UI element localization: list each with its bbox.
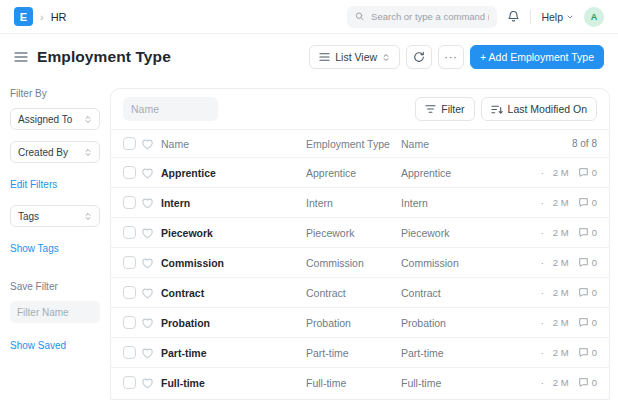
- heart-icon[interactable]: [141, 287, 157, 299]
- heart-icon[interactable]: [141, 317, 157, 329]
- chevron-up-down-icon: [84, 148, 92, 157]
- row-name2: Piecework: [401, 227, 501, 239]
- modified-ago: 2 M: [553, 227, 569, 238]
- name-filter-input[interactable]: [123, 97, 218, 121]
- row-name-link[interactable]: Contract: [161, 287, 302, 299]
- comment-count[interactable]: 0: [578, 227, 597, 238]
- filter-button-label: Filter: [441, 103, 464, 115]
- search-input[interactable]: [371, 11, 489, 22]
- comment-count[interactable]: 0: [578, 197, 597, 208]
- heart-icon[interactable]: [141, 167, 157, 179]
- row-name-link[interactable]: Commission: [161, 257, 302, 269]
- row-checkbox[interactable]: [123, 196, 136, 209]
- row-checkbox[interactable]: [123, 166, 136, 179]
- edit-filters-link[interactable]: Edit Filters: [10, 179, 57, 190]
- table-row[interactable]: Contract Contract Contract · 2 M 0: [111, 277, 609, 307]
- row-name2: Intern: [401, 197, 501, 209]
- row-name-link[interactable]: Piecework: [161, 227, 302, 239]
- show-tags-link[interactable]: Show Tags: [10, 243, 59, 254]
- sidebar-toggle-icon[interactable]: [14, 51, 28, 63]
- row-name-link[interactable]: Part-time: [161, 347, 302, 359]
- comment-icon: [578, 227, 589, 238]
- refresh-button[interactable]: [406, 45, 432, 69]
- comment-count-value: 0: [592, 227, 597, 238]
- row-checkbox[interactable]: [123, 346, 136, 359]
- heart-icon[interactable]: [141, 227, 157, 239]
- sort-button-label: Last Modified On: [508, 103, 587, 115]
- status-dot: ·: [541, 377, 544, 388]
- heart-icon[interactable]: [141, 197, 157, 209]
- view-switcher-label: List View: [335, 51, 377, 63]
- table-row[interactable]: Piecework Piecework Piecework · 2 M 0: [111, 217, 609, 247]
- app-logo[interactable]: E: [14, 7, 33, 26]
- filter-sidebar: Filter By Assigned To Created By Edit Fi…: [0, 88, 110, 400]
- row-name2: Apprentice: [401, 167, 501, 179]
- row-checkbox[interactable]: [123, 286, 136, 299]
- row-employment-type: Contract: [306, 287, 397, 299]
- select-caret-icon: [382, 53, 390, 62]
- table-row[interactable]: Apprentice Apprentice Apprentice · 2 M 0: [111, 157, 609, 187]
- row-name-link[interactable]: Full-time: [161, 377, 302, 389]
- filter-name-input[interactable]: [10, 301, 100, 323]
- assigned-to-select[interactable]: Assigned To: [10, 108, 100, 130]
- comment-icon: [578, 257, 589, 268]
- save-filter-label: Save Filter: [10, 281, 100, 292]
- view-switcher-button[interactable]: List View: [309, 45, 400, 69]
- comment-icon: [578, 317, 589, 328]
- row-name-link[interactable]: Apprentice: [161, 167, 302, 179]
- page-head: Employment Type List View ··· + Add Empl…: [0, 34, 618, 80]
- created-by-select[interactable]: Created By: [10, 141, 100, 163]
- select-all-checkbox[interactable]: [123, 137, 136, 150]
- status-dot: ·: [541, 287, 544, 298]
- table-row[interactable]: Commission Commission Commission · 2 M 0: [111, 247, 609, 277]
- ellipsis-icon: ···: [445, 52, 458, 63]
- breadcrumb-chevron-icon: ›: [40, 11, 44, 23]
- content: Filter By Assigned To Created By Edit Fi…: [0, 80, 618, 400]
- tags-select[interactable]: Tags: [10, 205, 100, 227]
- comment-count[interactable]: 0: [578, 287, 597, 298]
- heart-icon[interactable]: [141, 377, 157, 389]
- bell-icon: [507, 10, 520, 23]
- row-checkbox[interactable]: [123, 256, 136, 269]
- heart-icon[interactable]: [141, 257, 157, 269]
- show-saved-link[interactable]: Show Saved: [10, 340, 66, 351]
- list-header-row: Name Employment Type Name 8 of 8: [111, 129, 609, 157]
- row-name-link[interactable]: Probation: [161, 317, 302, 329]
- list-icon: [319, 52, 330, 62]
- comment-count[interactable]: 0: [578, 377, 597, 388]
- navbar: E › HR Help A: [0, 0, 618, 34]
- table-row[interactable]: Part-time Part-time Part-time · 2 M 0: [111, 337, 609, 367]
- comment-count-value: 0: [592, 167, 597, 178]
- comment-count-value: 0: [592, 347, 597, 358]
- sort-button[interactable]: Last Modified On: [481, 97, 597, 121]
- avatar[interactable]: A: [584, 7, 604, 27]
- heart-icon[interactable]: [141, 347, 157, 359]
- row-checkbox[interactable]: [123, 316, 136, 329]
- comment-count[interactable]: 0: [578, 347, 597, 358]
- table-row[interactable]: Probation Probation Probation · 2 M 0: [111, 307, 609, 337]
- table-row[interactable]: Full-time Full-time Full-time · 2 M 0: [111, 367, 609, 397]
- row-name-link[interactable]: Intern: [161, 197, 302, 209]
- like-filter-heart-icon[interactable]: [141, 138, 157, 150]
- menu-button[interactable]: ···: [438, 45, 464, 69]
- help-menu[interactable]: Help: [541, 11, 574, 23]
- comment-count[interactable]: 0: [578, 257, 597, 268]
- table-row[interactable]: Intern Intern Intern · 2 M 0: [111, 187, 609, 217]
- filter-icon: [425, 104, 436, 114]
- status-dot: ·: [541, 317, 544, 328]
- notifications-button[interactable]: [507, 10, 520, 23]
- comment-icon: [578, 287, 589, 298]
- comment-count-value: 0: [592, 377, 597, 388]
- filter-button[interactable]: Filter: [415, 97, 474, 121]
- row-name2: Contract: [401, 287, 501, 299]
- chevron-up-down-icon: [84, 212, 92, 221]
- navbar-divider: [530, 10, 531, 24]
- add-employment-type-button[interactable]: + Add Employment Type: [470, 45, 604, 69]
- comment-count[interactable]: 0: [578, 317, 597, 328]
- row-checkbox[interactable]: [123, 376, 136, 389]
- comment-count[interactable]: 0: [578, 167, 597, 178]
- refresh-icon: [413, 51, 425, 63]
- global-search[interactable]: [347, 6, 497, 28]
- breadcrumb[interactable]: HR: [51, 11, 67, 23]
- row-checkbox[interactable]: [123, 226, 136, 239]
